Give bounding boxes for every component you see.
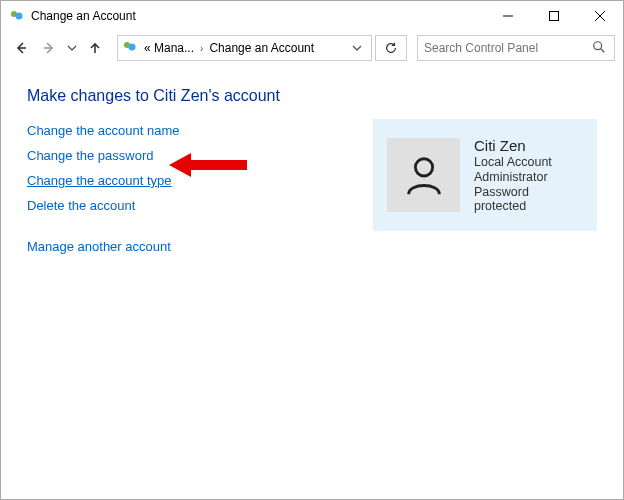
avatar — [387, 138, 460, 212]
forward-button[interactable] — [37, 36, 61, 60]
account-card: Citi Zen Local Account Administrator Pas… — [373, 119, 597, 231]
account-type: Local Account — [474, 155, 583, 169]
chevron-right-icon: › — [200, 43, 203, 54]
account-role: Administrator — [474, 170, 583, 184]
close-button[interactable] — [577, 1, 623, 31]
search-input[interactable] — [424, 41, 592, 55]
svg-point-9 — [129, 43, 136, 50]
change-account-type-link[interactable]: Change the account type — [27, 173, 172, 188]
search-icon[interactable] — [592, 40, 608, 56]
maximize-button[interactable] — [531, 1, 577, 31]
window-title: Change an Account — [31, 9, 485, 23]
window-controls — [485, 1, 623, 31]
manage-another-account-link[interactable]: Manage another account — [27, 239, 171, 254]
user-accounts-icon — [9, 8, 25, 24]
svg-point-1 — [16, 13, 23, 20]
up-button[interactable] — [83, 36, 107, 60]
search-box[interactable] — [417, 35, 615, 61]
account-info: Citi Zen Local Account Administrator Pas… — [474, 137, 583, 213]
breadcrumb-current[interactable]: Change an Account — [207, 41, 316, 55]
minimize-button[interactable] — [485, 1, 531, 31]
svg-rect-3 — [550, 12, 559, 21]
refresh-button[interactable] — [375, 35, 407, 61]
user-accounts-icon — [122, 39, 138, 58]
nav-row: « Mana... › Change an Account — [1, 31, 623, 65]
address-dropdown-button[interactable] — [347, 36, 367, 60]
page-heading: Make changes to Citi Zen's account — [27, 87, 597, 105]
account-password-status: Password protected — [474, 185, 583, 213]
svg-point-13 — [415, 159, 432, 176]
address-bar[interactable]: « Mana... › Change an Account — [117, 35, 372, 61]
account-name: Citi Zen — [474, 137, 583, 154]
change-account-name-link[interactable]: Change the account name — [27, 123, 180, 138]
recent-locations-button[interactable] — [65, 36, 79, 60]
breadcrumb-parent[interactable]: « Mana... — [142, 41, 196, 55]
svg-line-11 — [601, 49, 605, 53]
back-button[interactable] — [9, 36, 33, 60]
svg-point-10 — [594, 42, 602, 50]
change-password-link[interactable]: Change the password — [27, 148, 153, 163]
content-area: Make changes to Citi Zen's account Chang… — [1, 65, 623, 276]
titlebar: Change an Account — [1, 1, 623, 31]
delete-account-link[interactable]: Delete the account — [27, 198, 135, 213]
